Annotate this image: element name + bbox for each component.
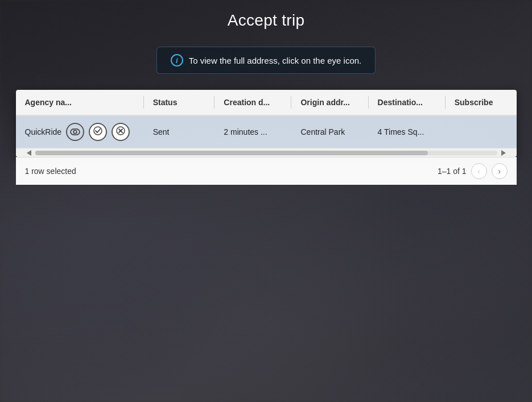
col-subscribe: Subscribe xyxy=(446,90,517,115)
cell-creation-date: 2 minutes ... xyxy=(215,115,291,148)
scrollbar-thumb xyxy=(35,151,428,155)
view-address-button[interactable] xyxy=(66,123,84,141)
table-scroll-area[interactable]: Agency na... Status Creation d... Origin… xyxy=(16,90,517,148)
info-icon: i xyxy=(171,54,183,67)
table-footer: 1 row selected 1–1 of 1 ‹ › xyxy=(16,157,517,185)
table-header-row: Agency na... Status Creation d... Origin… xyxy=(16,90,517,115)
next-page-button[interactable]: › xyxy=(492,163,508,179)
svg-point-1 xyxy=(73,130,77,134)
svg-point-0 xyxy=(71,129,80,135)
svg-marker-6 xyxy=(27,150,31,156)
row-selected-label: 1 row selected xyxy=(25,167,76,176)
trip-table: Agency na... Status Creation d... Origin… xyxy=(16,90,517,148)
info-banner-text: To view the full address, click on the e… xyxy=(189,56,362,65)
svg-marker-7 xyxy=(501,150,506,156)
check-icon xyxy=(93,126,102,138)
col-destination: Destinatio... xyxy=(369,90,446,115)
cell-origin: Central Park xyxy=(291,115,368,148)
col-agency-name: Agency na... xyxy=(16,90,144,115)
scroll-left-button[interactable] xyxy=(25,149,33,157)
next-icon: › xyxy=(498,167,501,176)
cell-status: Sent xyxy=(144,115,215,148)
col-origin-address: Origin addr... xyxy=(291,90,368,115)
prev-page-button[interactable]: ‹ xyxy=(471,163,487,179)
reject-button[interactable] xyxy=(112,123,130,141)
cell-subscribe xyxy=(446,115,517,148)
action-buttons xyxy=(66,123,130,141)
close-icon xyxy=(116,126,125,138)
eye-icon xyxy=(70,127,80,137)
info-banner: i To view the full address, click on the… xyxy=(156,47,376,74)
scrollbar-track-inner xyxy=(35,151,497,155)
col-status: Status xyxy=(144,90,215,115)
scroll-right-button[interactable] xyxy=(500,149,508,157)
cell-destination: 4 Times Sq... xyxy=(369,115,446,148)
pagination-text: 1–1 of 1 xyxy=(438,167,467,176)
horizontal-scrollbar[interactable] xyxy=(16,148,517,157)
agency-name-text: QuickRide xyxy=(25,127,62,136)
cell-agency-name: QuickRide xyxy=(16,115,144,148)
prev-icon: ‹ xyxy=(477,167,480,176)
col-creation-date: Creation d... xyxy=(215,90,291,115)
table-row: QuickRide xyxy=(16,115,517,148)
pagination-controls: 1–1 of 1 ‹ › xyxy=(438,163,508,179)
data-table: Agency na... Status Creation d... Origin… xyxy=(16,90,517,157)
accept-button[interactable] xyxy=(89,123,107,141)
page-title: Accept trip xyxy=(228,11,305,30)
